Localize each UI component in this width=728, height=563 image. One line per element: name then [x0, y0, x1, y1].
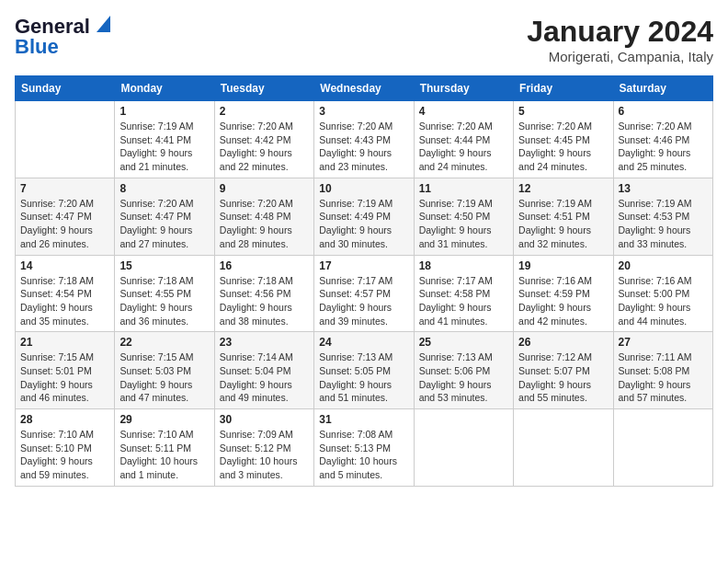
logo-blue: Blue [15, 35, 59, 59]
day-number: 4 [419, 105, 508, 118]
day-info: Sunrise: 7:11 AMSunset: 5:08 PMDaylight:… [619, 350, 708, 405]
day-number: 3 [319, 105, 408, 118]
week-row-5: 28Sunrise: 7:10 AMSunset: 5:10 PMDayligh… [16, 409, 713, 487]
week-row-2: 7Sunrise: 7:20 AMSunset: 4:47 PMDaylight… [16, 178, 713, 255]
month-title: January 2024 [527, 15, 713, 49]
calendar-cell: 27Sunrise: 7:11 AMSunset: 5:08 PMDayligh… [613, 332, 712, 409]
page-header: General Blue January 2024 Morigerati, Ca… [15, 15, 713, 64]
day-number: 18 [419, 259, 508, 272]
day-number: 7 [20, 182, 109, 195]
calendar-cell: 25Sunrise: 7:13 AMSunset: 5:06 PMDayligh… [414, 332, 513, 409]
day-info: Sunrise: 7:19 AMSunset: 4:51 PMDaylight:… [518, 197, 608, 251]
day-info: Sunrise: 7:19 AMSunset: 4:41 PMDaylight:… [119, 120, 209, 174]
calendar-cell: 6Sunrise: 7:20 AMSunset: 4:46 PMDaylight… [613, 101, 712, 178]
day-info: Sunrise: 7:18 AMSunset: 4:55 PMDaylight:… [119, 274, 209, 328]
calendar-cell [16, 101, 115, 178]
day-number: 29 [119, 413, 209, 426]
logo-triangle-icon [92, 16, 110, 34]
weekday-header-thursday: Thursday [414, 76, 513, 101]
day-info: Sunrise: 7:12 AMSunset: 5:07 PMDaylight:… [518, 350, 608, 405]
weekday-header-saturday: Saturday [613, 76, 712, 101]
day-number: 31 [319, 413, 408, 426]
calendar-cell [613, 409, 712, 487]
day-number: 24 [319, 336, 408, 349]
calendar-cell: 13Sunrise: 7:19 AMSunset: 4:53 PMDayligh… [613, 178, 712, 255]
day-info: Sunrise: 7:19 AMSunset: 4:53 PMDaylight:… [619, 197, 708, 251]
calendar-cell: 10Sunrise: 7:19 AMSunset: 4:49 PMDayligh… [314, 178, 414, 255]
location-label: Morigerati, Campania, Italy [527, 49, 713, 64]
day-info: Sunrise: 7:09 AMSunset: 5:12 PMDaylight:… [220, 428, 309, 482]
day-info: Sunrise: 7:20 AMSunset: 4:47 PMDaylight:… [20, 197, 109, 251]
day-number: 16 [220, 259, 309, 272]
calendar-cell: 31Sunrise: 7:08 AMSunset: 5:13 PMDayligh… [314, 409, 414, 487]
week-row-3: 14Sunrise: 7:18 AMSunset: 4:54 PMDayligh… [16, 255, 713, 332]
calendar-cell: 30Sunrise: 7:09 AMSunset: 5:12 PMDayligh… [214, 409, 313, 487]
day-info: Sunrise: 7:19 AMSunset: 4:49 PMDaylight:… [319, 197, 408, 251]
day-info: Sunrise: 7:19 AMSunset: 4:50 PMDaylight:… [419, 197, 508, 251]
calendar-cell: 5Sunrise: 7:20 AMSunset: 4:45 PMDaylight… [514, 101, 613, 178]
day-number: 28 [20, 413, 109, 426]
day-number: 22 [119, 336, 209, 349]
day-number: 15 [119, 259, 209, 272]
calendar-cell [514, 409, 613, 487]
day-info: Sunrise: 7:20 AMSunset: 4:46 PMDaylight:… [619, 120, 708, 174]
day-info: Sunrise: 7:08 AMSunset: 5:13 PMDaylight:… [319, 428, 408, 482]
calendar-cell: 18Sunrise: 7:17 AMSunset: 4:58 PMDayligh… [414, 255, 513, 332]
day-number: 27 [619, 336, 708, 349]
day-number: 19 [518, 259, 608, 272]
calendar-cell: 11Sunrise: 7:19 AMSunset: 4:50 PMDayligh… [414, 178, 513, 255]
calendar-cell: 3Sunrise: 7:20 AMSunset: 4:43 PMDaylight… [314, 101, 414, 178]
day-number: 13 [619, 182, 708, 195]
calendar-cell: 28Sunrise: 7:10 AMSunset: 5:10 PMDayligh… [16, 409, 115, 487]
day-number: 9 [220, 182, 309, 195]
day-number: 30 [220, 413, 309, 426]
day-number: 10 [319, 182, 408, 195]
day-info: Sunrise: 7:20 AMSunset: 4:42 PMDaylight:… [220, 120, 309, 174]
day-info: Sunrise: 7:18 AMSunset: 4:56 PMDaylight:… [220, 274, 309, 328]
calendar-cell: 24Sunrise: 7:13 AMSunset: 5:05 PMDayligh… [314, 332, 414, 409]
day-info: Sunrise: 7:15 AMSunset: 5:03 PMDaylight:… [119, 350, 209, 405]
day-info: Sunrise: 7:13 AMSunset: 5:06 PMDaylight:… [419, 350, 508, 405]
week-row-1: 1Sunrise: 7:19 AMSunset: 4:41 PMDaylight… [16, 101, 713, 178]
day-number: 20 [619, 259, 708, 272]
day-number: 2 [220, 105, 309, 118]
day-number: 5 [518, 105, 608, 118]
calendar-cell: 23Sunrise: 7:14 AMSunset: 5:04 PMDayligh… [214, 332, 313, 409]
calendar-cell: 9Sunrise: 7:20 AMSunset: 4:48 PMDaylight… [214, 178, 313, 255]
day-info: Sunrise: 7:20 AMSunset: 4:44 PMDaylight:… [419, 120, 508, 174]
day-info: Sunrise: 7:10 AMSunset: 5:10 PMDaylight:… [20, 428, 109, 482]
day-info: Sunrise: 7:16 AMSunset: 5:00 PMDaylight:… [619, 274, 708, 328]
calendar-cell: 16Sunrise: 7:18 AMSunset: 4:56 PMDayligh… [214, 255, 313, 332]
day-number: 11 [419, 182, 508, 195]
day-info: Sunrise: 7:10 AMSunset: 5:11 PMDaylight:… [119, 428, 209, 482]
svg-marker-0 [97, 16, 110, 32]
day-number: 21 [20, 336, 109, 349]
calendar-table: SundayMondayTuesdayWednesdayThursdayFrid… [15, 75, 713, 487]
day-info: Sunrise: 7:14 AMSunset: 5:04 PMDaylight:… [220, 350, 309, 405]
day-number: 12 [518, 182, 608, 195]
weekday-header-row: SundayMondayTuesdayWednesdayThursdayFrid… [16, 76, 713, 101]
day-number: 25 [419, 336, 508, 349]
calendar-cell [414, 409, 513, 487]
day-number: 14 [20, 259, 109, 272]
day-info: Sunrise: 7:20 AMSunset: 4:48 PMDaylight:… [220, 197, 309, 251]
calendar-cell: 19Sunrise: 7:16 AMSunset: 4:59 PMDayligh… [514, 255, 613, 332]
day-info: Sunrise: 7:20 AMSunset: 4:43 PMDaylight:… [319, 120, 408, 174]
calendar-cell: 21Sunrise: 7:15 AMSunset: 5:01 PMDayligh… [16, 332, 115, 409]
weekday-header-wednesday: Wednesday [314, 76, 414, 101]
calendar-cell: 7Sunrise: 7:20 AMSunset: 4:47 PMDaylight… [16, 178, 115, 255]
day-info: Sunrise: 7:17 AMSunset: 4:58 PMDaylight:… [419, 274, 508, 328]
day-number: 1 [119, 105, 209, 118]
calendar-cell: 22Sunrise: 7:15 AMSunset: 5:03 PMDayligh… [115, 332, 214, 409]
day-number: 23 [220, 336, 309, 349]
calendar-cell: 12Sunrise: 7:19 AMSunset: 4:51 PMDayligh… [514, 178, 613, 255]
calendar-cell: 26Sunrise: 7:12 AMSunset: 5:07 PMDayligh… [514, 332, 613, 409]
day-number: 26 [518, 336, 608, 349]
calendar-cell: 8Sunrise: 7:20 AMSunset: 4:47 PMDaylight… [115, 178, 214, 255]
calendar-cell: 1Sunrise: 7:19 AMSunset: 4:41 PMDaylight… [115, 101, 214, 178]
weekday-header-tuesday: Tuesday [214, 76, 313, 101]
title-area: January 2024 Morigerati, Campania, Italy [527, 15, 713, 64]
day-info: Sunrise: 7:13 AMSunset: 5:05 PMDaylight:… [319, 350, 408, 405]
logo: General Blue [15, 15, 110, 59]
calendar-cell: 14Sunrise: 7:18 AMSunset: 4:54 PMDayligh… [16, 255, 115, 332]
